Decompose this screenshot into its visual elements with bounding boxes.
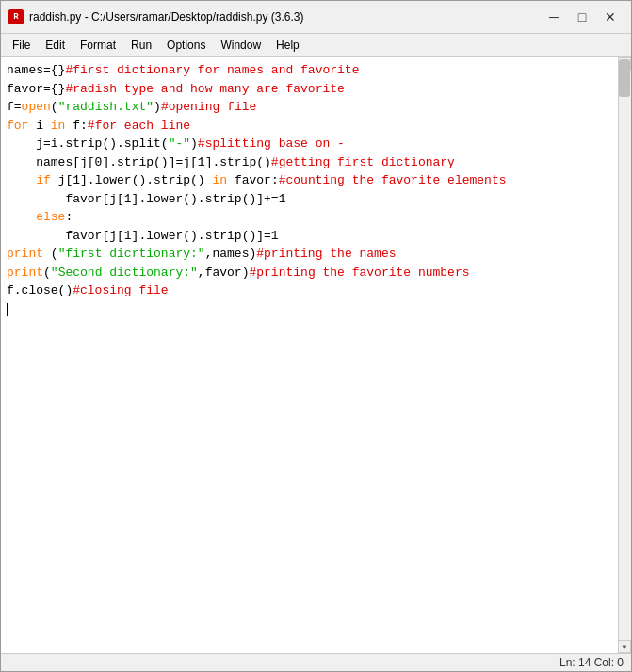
code-line-1: names={}#first dictionary for names and … [7, 61, 625, 80]
code-line-3: f=open("raddish.txt")#opening file [7, 98, 625, 117]
close-button[interactable]: ✕ [597, 7, 624, 27]
code-line-8: favor[j[1].lower().strip()]+=1 [7, 190, 625, 209]
code-line-5: j=i.strip().split("-")#splitting base on… [7, 135, 625, 153]
title-bar-left: R raddish.py - C:/Users/ramar/Desktop/ra… [8, 9, 303, 24]
code-line-14 [7, 300, 625, 319]
status-bar: Ln: 14 Col: 0 [1, 653, 631, 671]
code-line-9: else: [7, 208, 625, 227]
menu-format[interactable]: Format [73, 36, 123, 55]
main-window: R raddish.py - C:/Users/ramar/Desktop/ra… [0, 0, 632, 672]
window-title: raddish.py - C:/Users/ramar/Desktop/radd… [29, 10, 303, 24]
code-line-11: print ("first dicrtionary:",names)#print… [7, 245, 625, 264]
scrollbar[interactable]: ▲ ▼ [618, 57, 631, 653]
scroll-thumb[interactable] [619, 59, 630, 97]
code-line-6: names[j[0].strip()]=j[1].strip()#getting… [7, 153, 625, 172]
menu-help[interactable]: Help [268, 36, 307, 55]
title-controls: ─ □ ✕ [541, 7, 624, 27]
code-editor[interactable]: names={}#first dictionary for names and … [1, 57, 631, 653]
menu-run[interactable]: Run [123, 36, 159, 55]
code-line-4: for i in f:#for each line [7, 117, 625, 136]
code-line-12: print("Second dictionary:",favor)#printi… [7, 264, 625, 282]
maximize-button[interactable]: □ [569, 7, 595, 27]
cursor-position: Ln: 14 Col: 0 [559, 656, 624, 669]
code-line-7: if j[1].lower().strip() in favor:#counti… [7, 171, 625, 190]
title-bar: R raddish.py - C:/Users/ramar/Desktop/ra… [1, 1, 631, 34]
scroll-down-button[interactable]: ▼ [618, 640, 631, 653]
menu-file[interactable]: File [5, 36, 38, 55]
menu-window[interactable]: Window [213, 36, 268, 55]
code-line-2: favor={}#radish type and how many are fa… [7, 80, 625, 99]
menu-options[interactable]: Options [159, 36, 213, 55]
menu-edit[interactable]: Edit [38, 36, 73, 55]
app-icon: R [8, 9, 24, 24]
code-line-13: f.close()#closing file [7, 281, 625, 300]
minimize-button[interactable]: ─ [541, 7, 567, 27]
menu-bar: File Edit Format Run Options Window Help [1, 34, 631, 57]
code-line-10: favor[j[1].lower().strip()]=1 [7, 227, 625, 246]
